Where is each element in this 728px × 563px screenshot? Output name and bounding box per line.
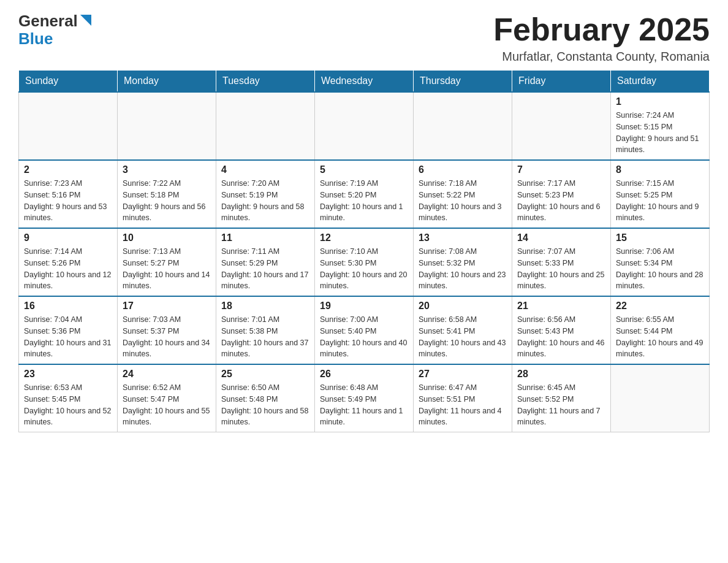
day-info: Sunrise: 6:55 AMSunset: 5:44 PMDaylight:… [616,314,704,360]
day-number: 3 [123,164,211,175]
day-number: 19 [320,301,408,312]
col-monday: Monday [118,71,216,93]
table-row: 5Sunrise: 7:19 AMSunset: 5:20 PMDaylight… [315,160,414,228]
location-subtitle: Murfatlar, Constanta County, Romania [493,50,710,64]
table-row [414,92,512,160]
calendar-table: Sunday Monday Tuesday Wednesday Thursday… [18,70,710,432]
day-info: Sunrise: 7:17 AMSunset: 5:23 PMDaylight:… [517,178,605,224]
table-row: 22Sunrise: 6:55 AMSunset: 5:44 PMDayligh… [611,296,710,364]
day-number: 9 [24,232,112,243]
day-info: Sunrise: 7:22 AMSunset: 5:18 PMDaylight:… [123,178,211,224]
day-info: Sunrise: 6:50 AMSunset: 5:48 PMDaylight:… [221,382,309,428]
day-info: Sunrise: 7:00 AMSunset: 5:40 PMDaylight:… [320,314,408,360]
calendar-week-row: 23Sunrise: 6:53 AMSunset: 5:45 PMDayligh… [19,364,710,432]
day-info: Sunrise: 6:58 AMSunset: 5:41 PMDaylight:… [419,314,507,360]
day-info: Sunrise: 7:01 AMSunset: 5:38 PMDaylight:… [221,314,309,360]
table-row: 4Sunrise: 7:20 AMSunset: 5:19 PMDaylight… [216,160,315,228]
table-row: 6Sunrise: 7:18 AMSunset: 5:22 PMDaylight… [414,160,512,228]
day-number: 28 [517,369,605,380]
table-row: 19Sunrise: 7:00 AMSunset: 5:40 PMDayligh… [315,296,414,364]
table-row: 2Sunrise: 7:23 AMSunset: 5:16 PMDaylight… [19,160,118,228]
calendar-week-row: 1Sunrise: 7:24 AMSunset: 5:15 PMDaylight… [19,92,710,160]
day-info: Sunrise: 7:07 AMSunset: 5:33 PMDaylight:… [517,246,605,292]
calendar-header-row: Sunday Monday Tuesday Wednesday Thursday… [19,71,710,93]
col-tuesday: Tuesday [216,71,315,93]
logo-blue: Blue [18,30,93,48]
day-number: 1 [616,96,704,107]
day-info: Sunrise: 7:19 AMSunset: 5:20 PMDaylight:… [320,178,408,224]
title-section: February 2025 Murfatlar, Constanta Count… [493,12,710,64]
col-wednesday: Wednesday [315,71,414,93]
logo-general: General [18,12,78,30]
day-number: 24 [123,369,211,380]
table-row: 14Sunrise: 7:07 AMSunset: 5:33 PMDayligh… [512,228,611,296]
table-row: 1Sunrise: 7:24 AMSunset: 5:15 PMDaylight… [611,92,710,160]
table-row: 20Sunrise: 6:58 AMSunset: 5:41 PMDayligh… [414,296,512,364]
day-info: Sunrise: 7:23 AMSunset: 5:16 PMDaylight:… [24,178,112,224]
table-row: 15Sunrise: 7:06 AMSunset: 5:34 PMDayligh… [611,228,710,296]
table-row: 12Sunrise: 7:10 AMSunset: 5:30 PMDayligh… [315,228,414,296]
day-info: Sunrise: 7:04 AMSunset: 5:36 PMDaylight:… [24,314,112,360]
day-number: 11 [221,232,309,243]
table-row: 3Sunrise: 7:22 AMSunset: 5:18 PMDaylight… [118,160,216,228]
table-row: 27Sunrise: 6:47 AMSunset: 5:51 PMDayligh… [414,364,512,432]
col-saturday: Saturday [611,71,710,93]
day-number: 5 [320,164,408,175]
table-row: 13Sunrise: 7:08 AMSunset: 5:32 PMDayligh… [414,228,512,296]
table-row: 17Sunrise: 7:03 AMSunset: 5:37 PMDayligh… [118,296,216,364]
logo-text: General Blue [18,12,93,47]
day-info: Sunrise: 7:14 AMSunset: 5:26 PMDaylight:… [24,246,112,292]
table-row: 18Sunrise: 7:01 AMSunset: 5:38 PMDayligh… [216,296,315,364]
day-info: Sunrise: 6:48 AMSunset: 5:49 PMDaylight:… [320,382,408,428]
col-sunday: Sunday [19,71,118,93]
day-number: 20 [419,301,507,312]
day-info: Sunrise: 6:47 AMSunset: 5:51 PMDaylight:… [419,382,507,428]
day-info: Sunrise: 6:56 AMSunset: 5:43 PMDaylight:… [517,314,605,360]
table-row: 10Sunrise: 7:13 AMSunset: 5:27 PMDayligh… [118,228,216,296]
svg-marker-0 [80,15,91,26]
day-info: Sunrise: 6:53 AMSunset: 5:45 PMDaylight:… [24,382,112,428]
calendar-week-row: 9Sunrise: 7:14 AMSunset: 5:26 PMDaylight… [19,228,710,296]
day-number: 16 [24,301,112,312]
day-number: 23 [24,369,112,380]
day-info: Sunrise: 7:08 AMSunset: 5:32 PMDaylight:… [419,246,507,292]
page-header: General Blue February 2025 Murfatlar, Co… [18,12,710,64]
day-number: 25 [221,369,309,380]
day-number: 2 [24,164,112,175]
table-row: 8Sunrise: 7:15 AMSunset: 5:25 PMDaylight… [611,160,710,228]
day-number: 22 [616,301,704,312]
day-number: 13 [419,232,507,243]
day-info: Sunrise: 7:10 AMSunset: 5:30 PMDaylight:… [320,246,408,292]
table-row: 25Sunrise: 6:50 AMSunset: 5:48 PMDayligh… [216,364,315,432]
table-row [611,364,710,432]
table-row: 26Sunrise: 6:48 AMSunset: 5:49 PMDayligh… [315,364,414,432]
day-info: Sunrise: 7:20 AMSunset: 5:19 PMDaylight:… [221,178,309,224]
day-number: 17 [123,301,211,312]
day-number: 27 [419,369,507,380]
day-number: 21 [517,301,605,312]
col-thursday: Thursday [414,71,512,93]
table-row: 16Sunrise: 7:04 AMSunset: 5:36 PMDayligh… [19,296,118,364]
day-number: 12 [320,232,408,243]
day-number: 4 [221,164,309,175]
day-number: 8 [616,164,704,175]
table-row [19,92,118,160]
day-info: Sunrise: 7:11 AMSunset: 5:29 PMDaylight:… [221,246,309,292]
month-title: February 2025 [493,12,710,47]
day-number: 6 [419,164,507,175]
day-info: Sunrise: 7:15 AMSunset: 5:25 PMDaylight:… [616,178,704,224]
table-row [216,92,315,160]
table-row [315,92,414,160]
table-row: 7Sunrise: 7:17 AMSunset: 5:23 PMDaylight… [512,160,611,228]
table-row: 21Sunrise: 6:56 AMSunset: 5:43 PMDayligh… [512,296,611,364]
day-number: 26 [320,369,408,380]
day-info: Sunrise: 7:24 AMSunset: 5:15 PMDaylight:… [616,110,704,156]
logo: General Blue [18,12,93,47]
table-row: 24Sunrise: 6:52 AMSunset: 5:47 PMDayligh… [118,364,216,432]
calendar-week-row: 16Sunrise: 7:04 AMSunset: 5:36 PMDayligh… [19,296,710,364]
day-number: 18 [221,301,309,312]
table-row: 28Sunrise: 6:45 AMSunset: 5:52 PMDayligh… [512,364,611,432]
day-info: Sunrise: 7:18 AMSunset: 5:22 PMDaylight:… [419,178,507,224]
day-number: 15 [616,232,704,243]
logo-arrow-icon [79,13,93,27]
